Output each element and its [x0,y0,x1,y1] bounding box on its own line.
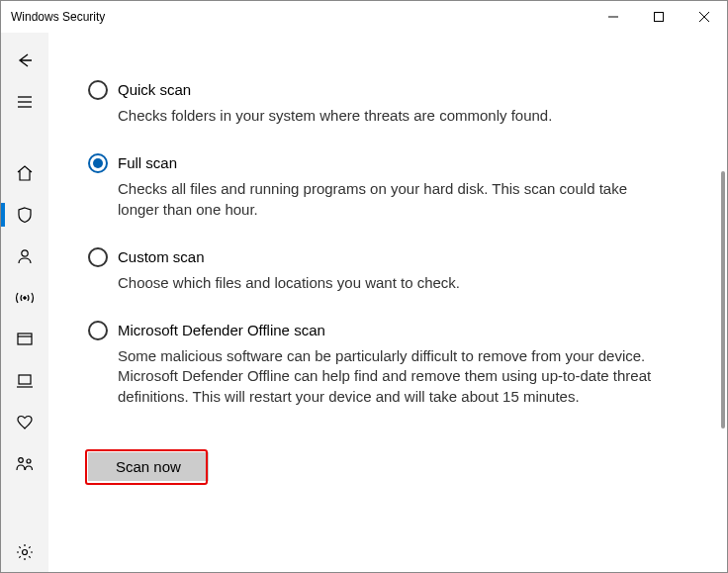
nav-settings[interactable] [1,532,48,572]
gear-icon [16,543,34,561]
svg-rect-11 [19,375,31,384]
app-icon [16,331,34,348]
svg-point-14 [27,459,31,463]
nav-account-protection[interactable] [1,237,48,276]
svg-point-7 [22,250,28,256]
close-button[interactable] [682,1,727,33]
minimize-icon [608,12,618,22]
radio-button[interactable] [88,247,108,267]
svg-rect-1 [655,13,664,22]
heart-icon [16,414,34,431]
nav-back[interactable] [1,41,48,80]
nav-firewall[interactable] [1,278,48,318]
nav-device-security[interactable] [1,361,48,401]
option-label: Full scan [118,153,668,171]
window-body: Quick scan Checks folders in your system… [1,33,727,572]
option-description: Checks folders in your system where thre… [118,106,668,126]
close-icon [699,12,709,22]
window-controls [591,1,727,33]
option-description: Some malicious software can be particula… [118,346,668,407]
svg-rect-9 [18,334,32,344]
window-title: Windows Security [11,10,105,24]
back-arrow-icon [16,51,34,69]
option-label: Microsoft Defender Offline scan [118,321,668,338]
option-label: Quick scan [118,80,668,98]
nav-device-performance[interactable] [1,403,48,442]
svg-point-13 [19,458,24,463]
nav-family-options[interactable] [1,444,48,484]
home-icon [16,164,34,182]
nav-app-browser[interactable] [1,320,48,359]
maximize-button[interactable] [636,1,682,33]
hamburger-icon [16,93,34,111]
radio-button[interactable] [88,153,108,173]
svg-point-15 [23,550,28,555]
scrollbar[interactable] [721,171,725,429]
nav-home[interactable] [1,153,48,193]
scan-option-quick[interactable]: Quick scan Checks folders in your system… [88,80,668,126]
device-icon [16,372,34,390]
option-description: Checks all files and running programs on… [118,179,668,220]
svg-point-8 [24,297,27,300]
nav-sidebar [1,33,48,572]
nav-virus-protection[interactable] [1,195,48,235]
shield-icon [16,206,34,224]
minimize-button[interactable] [591,1,636,33]
scan-option-custom[interactable]: Custom scan Choose which files and locat… [88,247,668,293]
option-description: Choose which files and locations you wan… [118,273,668,293]
maximize-icon [654,12,664,22]
scan-now-button[interactable]: Scan now [88,452,209,481]
radio-button[interactable] [88,80,108,100]
radio-button[interactable] [88,321,108,340]
nav-menu[interactable] [1,82,48,122]
main-content: Quick scan Checks folders in your system… [48,33,727,572]
account-icon [16,247,34,265]
title-bar: Windows Security [1,1,727,33]
scan-option-full[interactable]: Full scan Checks all files and running p… [88,153,668,220]
family-icon [15,455,35,473]
option-label: Custom scan [118,247,668,265]
scan-option-offline[interactable]: Microsoft Defender Offline scan Some mal… [88,321,668,407]
app-window: Windows Security [0,0,728,573]
network-icon [14,289,36,307]
